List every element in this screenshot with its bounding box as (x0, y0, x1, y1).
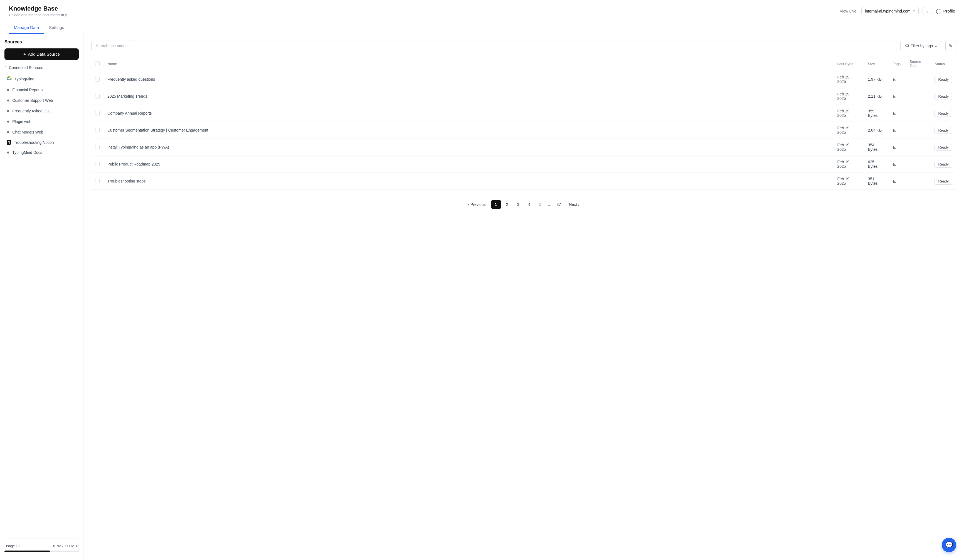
page-number-5[interactable]: 5 (536, 200, 545, 209)
pagination-dots: ... (547, 202, 552, 207)
chat-fab-button[interactable]: 💬 (942, 538, 956, 552)
row-last-sync: Feb 19, 2025 (833, 173, 864, 190)
header-right: View Live: internal-ai.typingmind.com ↗ … (840, 7, 955, 15)
header: Knowledge Base Upload and manage documen… (0, 0, 964, 21)
refresh-icon[interactable]: ↻ (76, 544, 79, 548)
page-number-3[interactable]: 3 (514, 200, 523, 209)
globe-icon: ● (7, 108, 10, 114)
url-dropdown-button[interactable]: ⌄ (923, 7, 932, 15)
sidebar-item-customer-support-web[interactable]: ● Customer Support Web (5, 95, 79, 106)
table-row: Company Annual Reports Feb 19, 2025 359 … (91, 105, 956, 122)
page-number-2[interactable]: 2 (502, 200, 512, 209)
tab-settings[interactable]: Settings (44, 21, 69, 34)
usage-value: 6.7M / 11.0M ↻ (53, 544, 79, 548)
row-tags[interactable]: ⊾ (889, 139, 905, 156)
tab-manage-data[interactable]: Manage Data (9, 21, 44, 34)
row-checkbox[interactable] (95, 77, 99, 81)
row-tags[interactable]: ⊾ (889, 71, 905, 88)
tags-adjust-icon[interactable]: ⊾ (893, 145, 896, 150)
row-size: 354 Bytes (864, 139, 889, 156)
row-tags[interactable]: ⊾ (889, 173, 905, 190)
row-size: 1.97 KB (864, 71, 889, 88)
row-checkbox-cell (91, 156, 104, 173)
notion-icon: N (7, 140, 11, 145)
next-page-button[interactable]: Next › (565, 200, 583, 208)
tags-adjust-icon[interactable]: ⊾ (893, 94, 896, 99)
tags-adjust-icon[interactable]: ⊾ (893, 162, 896, 167)
external-link-icon: ↗ (912, 9, 915, 13)
row-last-sync: Feb 19, 2025 (833, 105, 864, 122)
page-number-4[interactable]: 4 (525, 200, 534, 209)
sidebar-item-plugin-web[interactable]: ● Plugin web (5, 116, 79, 127)
row-name: Public Product Roadmap 2025 (104, 156, 833, 173)
row-tags[interactable]: ⊾ (889, 105, 905, 122)
chevron-right-icon: › (578, 202, 580, 207)
row-checkbox[interactable] (95, 111, 99, 116)
filter-by-tags-button[interactable]: 🏷 Filter by tags ⌄ (900, 41, 942, 51)
source-label: Financial Reports (12, 88, 42, 92)
svg-marker-1 (7, 76, 9, 80)
row-checkbox[interactable] (95, 162, 99, 166)
sidebar-item-typingmind-docs[interactable]: ● TypingMind Docs (5, 147, 79, 158)
connected-sources-header[interactable]: ⌃ Connected Sources (5, 65, 79, 70)
table-row: 2025 Marketing Trends Feb 19, 2025 2.11 … (91, 88, 956, 105)
row-source-tags (905, 122, 931, 139)
content-toolbar: 🏷 Filter by tags ⌄ ↻ (91, 41, 956, 51)
table-row: Customer Segmentation Strategy | Custome… (91, 122, 956, 139)
row-last-sync: Feb 19, 2025 (833, 139, 864, 156)
refresh-button[interactable]: ↻ (945, 41, 956, 51)
row-name: Customer Segmentation Strategy | Custome… (104, 122, 833, 139)
view-live-url-button[interactable]: internal-ai.typingmind.com ↗ (861, 7, 918, 15)
row-status: Ready (931, 71, 956, 88)
tags-adjust-icon[interactable]: ⊾ (893, 128, 896, 133)
tags-adjust-icon[interactable]: ⊾ (893, 77, 896, 82)
refresh-icon: ↻ (949, 43, 953, 48)
content-area: 🏷 Filter by tags ⌄ ↻ Name Last Sync Size… (83, 34, 964, 558)
tags-adjust-icon[interactable]: ⊾ (893, 179, 896, 184)
row-checkbox[interactable] (95, 179, 99, 183)
tags-adjust-icon[interactable]: ⊾ (893, 111, 896, 116)
page-number-87[interactable]: 87 (554, 200, 563, 209)
row-tags[interactable]: ⊾ (889, 122, 905, 139)
sidebar-item-typingmind[interactable]: TypingMind (5, 73, 79, 85)
row-source-tags (905, 173, 931, 190)
row-checkbox[interactable] (95, 145, 99, 150)
status-badge: Ready (935, 110, 952, 117)
row-tags[interactable]: ⊾ (889, 88, 905, 105)
profile-label: Profile (943, 9, 955, 13)
usage-label: Usage ⓘ (5, 543, 20, 548)
row-tags[interactable]: ⊾ (889, 156, 905, 173)
row-checkbox[interactable] (95, 128, 99, 132)
row-size: 2.04 KB (864, 122, 889, 139)
main-layout: Sources + Add Data Source ⌃ Connected So… (0, 34, 964, 558)
row-size: 351 Bytes (864, 173, 889, 190)
sidebar-item-financial-reports[interactable]: ● Financial Reports (5, 85, 79, 95)
header-left: Knowledge Base Upload and manage documen… (9, 5, 70, 17)
source-label: Frequently Asked Qu... (12, 109, 52, 113)
th-status: Status (931, 57, 956, 71)
profile-button[interactable]: ◯ Profile (936, 8, 955, 14)
sidebar-item-chat-models-web[interactable]: ● Chat Models Web (5, 127, 79, 137)
sidebar-item-troubleshooting-notion[interactable]: N Troubleshooting Notion (5, 137, 79, 147)
row-checkbox-cell (91, 122, 104, 139)
th-tags: Tags (889, 57, 905, 71)
row-name: Company Annual Reports (104, 105, 833, 122)
info-icon[interactable]: ⓘ (16, 543, 20, 548)
source-label: Chat Models Web (12, 130, 43, 134)
row-status: Ready (931, 105, 956, 122)
add-data-source-button[interactable]: + Add Data Source (5, 49, 79, 60)
row-name: Install TypingMind as an app (PWA) (104, 139, 833, 156)
row-last-sync: Feb 19, 2025 (833, 71, 864, 88)
search-input[interactable] (91, 41, 897, 51)
row-size: 2.11 KB (864, 88, 889, 105)
page-number-1[interactable]: 1 (491, 200, 501, 209)
row-last-sync: Feb 19, 2025 (833, 122, 864, 139)
row-last-sync: Feb 19, 2025 (833, 156, 864, 173)
row-checkbox[interactable] (95, 94, 99, 98)
select-all-checkbox[interactable] (95, 62, 99, 66)
th-checkbox (91, 57, 104, 71)
prev-page-button[interactable]: ‹ Previous (464, 200, 489, 208)
pagination: ‹ Previous 1 2 3 4 5 ... 87 Next › (91, 196, 956, 209)
sidebar-item-frequently-asked[interactable]: ● Frequently Asked Qu... (5, 106, 79, 116)
row-status: Ready (931, 122, 956, 139)
